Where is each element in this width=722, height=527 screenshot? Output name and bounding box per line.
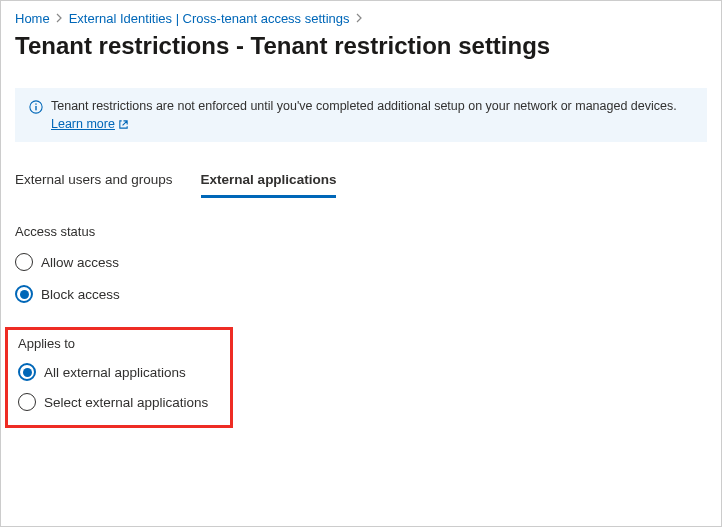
radio-icon xyxy=(15,285,33,303)
svg-point-1 xyxy=(35,103,37,105)
applies-to-label: Applies to xyxy=(18,336,220,351)
radio-all-external-apps[interactable]: All external applications xyxy=(18,363,220,381)
info-text: Tenant restrictions are not enforced unt… xyxy=(51,99,677,113)
page-title: Tenant restrictions - Tenant restriction… xyxy=(15,32,707,60)
radio-icon xyxy=(18,393,36,411)
learn-more-label: Learn more xyxy=(51,117,115,131)
radio-block-access[interactable]: Block access xyxy=(15,285,707,303)
access-status-label: Access status xyxy=(15,224,707,239)
chevron-right-icon xyxy=(356,13,363,25)
tab-external-users-groups[interactable]: External users and groups xyxy=(15,166,173,198)
chevron-right-icon xyxy=(56,13,63,25)
applies-to-highlight: Applies to All external applications Sel… xyxy=(5,327,233,428)
radio-label: Block access xyxy=(41,287,120,302)
info-bar: Tenant restrictions are not enforced unt… xyxy=(15,88,707,142)
info-icon xyxy=(29,100,43,117)
learn-more-link[interactable]: Learn more xyxy=(51,117,129,131)
info-content: Tenant restrictions are not enforced unt… xyxy=(51,99,677,131)
radio-icon xyxy=(18,363,36,381)
breadcrumb-home[interactable]: Home xyxy=(15,11,50,26)
tabs: External users and groups External appli… xyxy=(15,166,707,198)
breadcrumb: Home External Identities | Cross-tenant … xyxy=(15,11,707,26)
radio-label: Select external applications xyxy=(44,395,208,410)
radio-select-external-apps[interactable]: Select external applications xyxy=(18,393,220,411)
radio-label: All external applications xyxy=(44,365,186,380)
radio-icon xyxy=(15,253,33,271)
breadcrumb-external-identities[interactable]: External Identities | Cross-tenant acces… xyxy=(69,11,350,26)
svg-rect-2 xyxy=(35,106,36,110)
radio-label: Allow access xyxy=(41,255,119,270)
access-status-group: Allow access Block access xyxy=(15,253,707,303)
tab-external-applications[interactable]: External applications xyxy=(201,166,337,198)
radio-allow-access[interactable]: Allow access xyxy=(15,253,707,271)
external-link-icon xyxy=(118,119,129,130)
